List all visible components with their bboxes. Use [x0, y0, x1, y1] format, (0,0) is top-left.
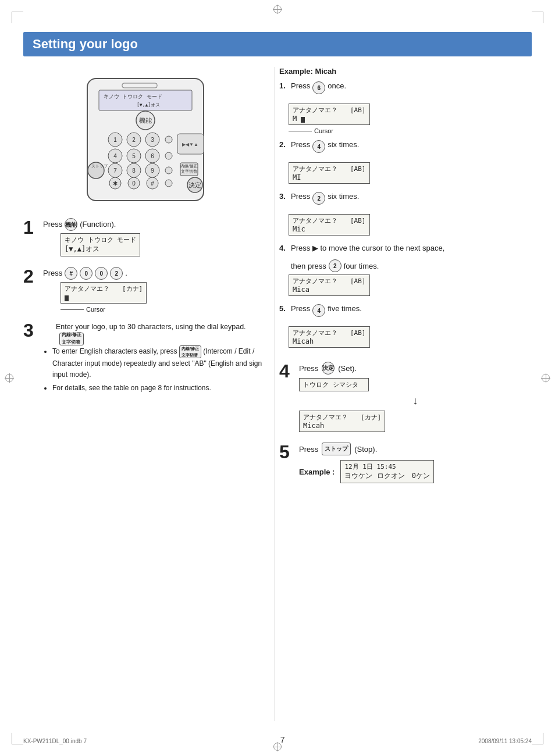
ex-step-2-press: Press — [291, 140, 310, 149]
svg-point-13 — [165, 136, 172, 143]
step-1-content: Press 機能 (Function). キノウ トウロク モード [▼,▲]オ… — [43, 218, 268, 259]
cursor-line-2 — [289, 131, 312, 131]
svg-text:6: 6 — [151, 153, 154, 159]
footer-left: KX-PW211DL_00.indb 7 — [23, 738, 87, 744]
svg-text:9: 9 — [151, 167, 154, 174]
ex-screen-5: アナタノマエ？ [AB] Micah — [289, 326, 370, 348]
big-step-5-text: Press ストップ (Stop). — [299, 443, 532, 455]
down-arrow: ↓ — [299, 395, 532, 407]
ex-step-5-press: Press — [291, 304, 310, 313]
ex-step-3-num: 3. — [279, 192, 289, 201]
big-step-5-suffix: (Stop). — [354, 445, 377, 454]
ex-screen-2-row2: MI — [293, 173, 366, 181]
ex-step-1-suffix: once. — [328, 81, 346, 90]
ex-screen-4-row2: Mica — [293, 286, 366, 294]
ex-step-5-num: 5. — [279, 304, 289, 313]
example-step-5: 5. Press 4 five times. — [279, 304, 532, 317]
ex-step-4-text: Press ▶ to move the cursor to the next s… — [291, 244, 444, 252]
ex-screen-1-row2: M — [293, 115, 366, 123]
svg-text:5: 5 — [132, 153, 136, 159]
svg-point-34 — [165, 180, 172, 187]
ex-step-3-press: Press — [291, 192, 310, 201]
step-3-bullet-1: To enter English characters easily, pres… — [52, 345, 268, 380]
big-step-5: 5 Press ストップ (Stop). Example : 12月 1日 15… — [279, 443, 532, 483]
stop-button: ストップ — [322, 443, 351, 455]
big-step-4-content: Press 決定 (Set). トウロク シマシタ ↓ アナタノマエ？ [カナ]… — [299, 362, 532, 434]
step-3-number: 3 — [23, 321, 40, 340]
big-step-4-suffix: (Set). — [338, 364, 357, 373]
svg-text:[▼,▲]オス: [▼,▲]オス — [137, 102, 160, 108]
step-1: 1 Press 機能 (Function). キノウ トウロク モード [▼,▲… — [23, 218, 268, 259]
step-2-screen-row2 — [65, 293, 143, 301]
big-step-4-screen2: アナタノマエ？ [カナ] Micah — [299, 411, 385, 432]
ex-screen-1: アナタノマエ？ [AB] M — [289, 104, 370, 125]
zero2-button: 0 — [95, 267, 108, 280]
step-2-number: 2 — [23, 267, 40, 286]
ex-screen-1-row1: アナタノマエ？ [AB] — [293, 106, 366, 115]
step-2-cursor-label: Cursor — [61, 306, 268, 313]
ex-screen-2-row1: アナタノマエ？ [AB] — [293, 165, 366, 173]
big-step-5-screen: 12月 1日 15:45 ヨウケン ロクオン 0ケン — [340, 460, 433, 483]
ex-btn-2-second: 2 — [329, 259, 341, 272]
step-2-text: Press # 0 0 2 . — [43, 267, 268, 280]
cursor-text: Cursor — [86, 306, 105, 313]
big-step-4-num: 4 — [279, 362, 296, 380]
step-2-screen-row1: アナタノマエ？ [カナ] — [65, 284, 143, 293]
svg-text:8: 8 — [132, 167, 136, 174]
example-step-2: 2. Press 4 six times. — [279, 140, 532, 153]
zero1-button: 0 — [80, 267, 92, 280]
corner-tr — [532, 12, 543, 23]
ex-screen-4: アナタノマエ？ [AB] Mica — [289, 274, 370, 296]
svg-text:#: # — [151, 180, 154, 187]
page-title: Setting your logo — [33, 37, 522, 52]
page-header: Setting your logo — [23, 32, 532, 56]
page-footer: KX-PW211DL_00.indb 7 7 2008/09/11 13:05:… — [23, 735, 532, 744]
ex-step-1-num: 1. — [279, 81, 289, 90]
big-step-5-content: Press ストップ (Stop). Example : 12月 1日 15:4… — [299, 443, 532, 483]
ex-screen-5-row1: アナタノマエ？ [AB] — [293, 329, 366, 337]
svg-text:文字切替: 文字切替 — [181, 169, 197, 174]
ex-btn-4-second: 4 — [312, 304, 325, 317]
ex-step-2-suffix: six times. — [328, 140, 359, 149]
step-3-bullet-2: For details, see the table on page 8 for… — [52, 383, 268, 394]
step-1-screen-row1: キノウ トウロク モード — [65, 236, 136, 244]
big-step-5-screen-row1: 12月 1日 15:45 — [344, 462, 429, 471]
ex-screen-5-row2: Micah — [293, 337, 366, 345]
step-2-press: Press — [43, 268, 62, 279]
svg-text:3: 3 — [151, 137, 154, 143]
svg-text:4: 4 — [113, 153, 117, 159]
right-column: Example: Micah 1. Press 6 once. アナタノマエ？ … — [279, 67, 532, 721]
ex-step-4-then: then press — [291, 262, 326, 270]
ex-step-4-num: 4. — [279, 244, 289, 252]
big-step-4-screen2-row1: アナタノマエ？ [カナ] — [303, 413, 381, 422]
ex-step-1-press: Press — [291, 81, 310, 90]
step-1-screen: キノウ トウロク モード [▼,▲]オス — [61, 233, 140, 256]
left-column: キノウ トウロク モード [▼,▲]オス 機能 1 2 3 4 5 — [23, 67, 268, 721]
char-switch-button: 内線/修正文字切替 — [59, 333, 84, 345]
ex-cursor-label: Cursor — [289, 127, 532, 134]
svg-text:1: 1 — [113, 137, 117, 143]
step-3-bullets: To enter English characters easily, pres… — [52, 345, 268, 394]
cross-right — [541, 373, 550, 383]
ex-btn-2-first: 2 — [312, 192, 325, 205]
step-3-content: Enter your logo, up to 30 characters, us… — [43, 321, 268, 397]
step-2-screen: アナタノマエ？ [カナ] — [61, 282, 147, 304]
big-step-4-text: Press 決定 (Set). — [299, 362, 532, 375]
svg-text:内線/修正: 内線/修正 — [180, 164, 198, 169]
ex-screen-3-row2: Mic — [293, 225, 366, 233]
ex-step-2-num: 2. — [279, 140, 289, 149]
function-button-icon: 機能 — [65, 218, 77, 231]
corner-tl — [12, 12, 23, 23]
svg-text:7: 7 — [113, 167, 117, 174]
big-step-4-screen2-row2: Micah — [303, 422, 381, 430]
cursor-line-icon — [61, 309, 84, 310]
example-step-3: 3. Press 2 six times. — [279, 192, 532, 205]
step-3: 3 Enter your logo, up to 30 characters, … — [23, 321, 268, 397]
svg-point-27 — [165, 167, 172, 174]
example-label: Example : — [299, 468, 335, 476]
cross-left — [5, 373, 14, 383]
step-2: 2 Press # 0 0 2 . アナタノマエ？ [カナ] — [23, 267, 268, 313]
ex-screen-3-row1: アナタノマエ？ [AB] — [293, 216, 366, 225]
example-title: Example: Micah — [279, 67, 532, 76]
step-1-screen-row2: [▼,▲]オス — [65, 244, 136, 254]
